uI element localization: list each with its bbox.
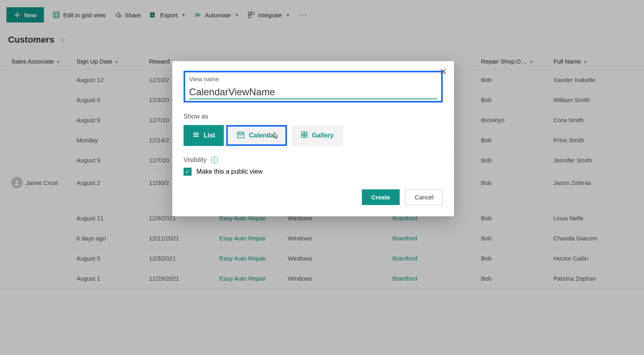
public-view-label: Make this a public view [196, 168, 263, 175]
view-name-highlight: View name [184, 71, 443, 103]
svg-rect-11 [301, 132, 304, 134]
public-view-checkbox[interactable]: ✓ [184, 168, 192, 176]
svg-rect-9 [240, 135, 241, 135]
create-button[interactable]: Create [362, 189, 400, 205]
dialog-actions: Create Cancel [184, 189, 443, 205]
show-as-calendar-button[interactable]: Calendar [228, 127, 285, 144]
svg-rect-8 [239, 135, 239, 135]
list-icon [192, 131, 200, 140]
public-view-row[interactable]: ✓ Make this a public view [184, 168, 443, 176]
svg-rect-12 [305, 132, 307, 134]
view-name-label: View name [189, 76, 437, 82]
dialog-close-button[interactable]: ✕ [440, 67, 447, 77]
cancel-button[interactable]: Cancel [405, 189, 443, 205]
svg-rect-10 [242, 135, 243, 135]
calendar-icon [237, 131, 245, 140]
show-as-options: List Calendar Gallery [184, 125, 443, 146]
gallery-icon [301, 131, 308, 140]
gallery-label: Gallery [312, 132, 334, 139]
show-as-label: Show as [184, 113, 443, 120]
calendar-label: Calendar [249, 132, 276, 139]
visibility-label: Visibility [184, 156, 207, 164]
create-view-dialog: ✕ View name Show as List Calendar [172, 61, 454, 216]
show-as-list-button[interactable]: List [184, 125, 224, 146]
calendar-option-highlight: Calendar [226, 125, 287, 146]
svg-rect-14 [305, 135, 307, 137]
info-icon[interactable]: i [211, 156, 218, 164]
list-label: List [204, 132, 215, 139]
visibility-row: Visibility i [184, 156, 443, 164]
show-as-gallery-button[interactable]: Gallery [292, 125, 343, 146]
close-icon: ✕ [440, 67, 447, 77]
view-name-input[interactable] [189, 86, 437, 99]
check-icon: ✓ [185, 168, 190, 175]
svg-rect-13 [301, 135, 304, 137]
